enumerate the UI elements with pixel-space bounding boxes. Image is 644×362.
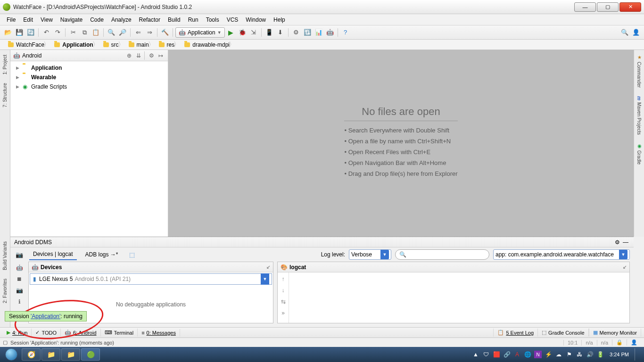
- system-info-icon[interactable]: ℹ: [15, 297, 24, 306]
- search-everywhere-icon[interactable]: 🔍: [619, 27, 630, 38]
- device-monitor-icon[interactable]: 📊: [314, 27, 324, 38]
- taskbar-item[interactable]: 📁: [61, 348, 80, 361]
- collapse-pane-icon[interactable]: ↙: [623, 264, 627, 270]
- line-separator[interactable]: n/a: [581, 340, 596, 346]
- collapse-all-icon[interactable]: ⇊: [134, 51, 143, 60]
- crumb-main[interactable]: main: [123, 40, 153, 49]
- taskbar-item[interactable]: 🟢: [81, 348, 100, 361]
- menu-view[interactable]: View: [37, 16, 57, 24]
- replace-icon[interactable]: 🔎: [117, 27, 128, 38]
- expand-icon[interactable]: ▶: [16, 75, 21, 80]
- expand-icon[interactable]: ▶: [16, 84, 21, 89]
- window-close-button[interactable]: ✕: [619, 2, 641, 12]
- session-link[interactable]: 'Application': [31, 313, 60, 320]
- tray-icon[interactable]: 🟥: [493, 351, 500, 358]
- avd-manager-icon[interactable]: 📱: [264, 27, 274, 38]
- menu-help[interactable]: Help: [270, 16, 289, 24]
- menu-refactor[interactable]: Refactor: [135, 16, 164, 24]
- menu-analyze[interactable]: Analyze: [107, 16, 135, 24]
- settings-gear-icon[interactable]: ⚙: [147, 51, 156, 60]
- tab-event-log[interactable]: 📋5 Event Log: [493, 329, 537, 337]
- crumb-res[interactable]: res: [153, 40, 179, 49]
- expand-icon[interactable]: ▶: [16, 66, 21, 70]
- window-minimize-button[interactable]: —: [574, 2, 596, 12]
- android-monitor-icon[interactable]: 🤖: [325, 27, 335, 38]
- android-icon[interactable]: 🤖: [15, 263, 24, 272]
- tray-overflow-icon[interactable]: ▲: [472, 351, 479, 358]
- tool-tab-gradle[interactable]: ◉Gradle: [636, 141, 643, 166]
- tool-tab-build-variants[interactable]: Build Variants: [1, 239, 8, 272]
- crumb-project[interactable]: WatchFace: [2, 40, 48, 49]
- sync-icon[interactable]: 🔄: [25, 27, 36, 38]
- session-running-toast[interactable]: Session 'Application': running: [5, 311, 87, 321]
- sync-gradle-icon[interactable]: 🔃: [302, 27, 313, 38]
- tab-terminal[interactable]: ⌨Terminal: [101, 329, 138, 337]
- taskbar-item[interactable]: 🧭: [22, 348, 41, 361]
- tray-icon[interactable]: 🛡: [482, 351, 490, 358]
- tool-tab-maven[interactable]: mMaven Projects: [636, 94, 643, 137]
- tool-tab-favorites[interactable]: 2: Favorites: [1, 277, 8, 305]
- save-icon[interactable]: 💾: [14, 27, 25, 38]
- tab-messages[interactable]: ≡0: Messages: [138, 329, 180, 337]
- log-search-input[interactable]: 🔍: [395, 249, 489, 260]
- start-button[interactable]: [2, 348, 21, 361]
- tool-tab-commander[interactable]: ★Commander: [636, 53, 643, 90]
- tab-run[interactable]: ▶4: Run: [3, 329, 32, 337]
- hector-icon[interactable]: 👤: [627, 339, 641, 346]
- menu-file[interactable]: File: [3, 16, 19, 24]
- tray-icon[interactable]: ☁: [555, 351, 562, 358]
- scroll-down-icon[interactable]: ↓: [280, 287, 287, 294]
- hide-panel-icon[interactable]: ↦: [157, 51, 165, 60]
- scroll-up-icon[interactable]: ↑: [280, 275, 287, 283]
- menu-run[interactable]: Run: [184, 16, 202, 24]
- tray-icon[interactable]: ⚡: [545, 351, 552, 358]
- terminate-icon[interactable]: ⏹: [15, 275, 24, 283]
- back-icon[interactable]: ⇐: [133, 27, 143, 38]
- collapse-pane-icon[interactable]: ↙: [266, 264, 270, 270]
- tray-volume-icon[interactable]: 🔊: [586, 351, 594, 358]
- help-icon[interactable]: ?: [340, 27, 351, 38]
- tree-item-gradle-scripts[interactable]: ▶ ◉ Gradle Scripts: [13, 82, 165, 91]
- taskbar-item[interactable]: 📁: [41, 348, 60, 361]
- run-button[interactable]: ▶: [226, 27, 236, 38]
- paste-icon[interactable]: 📋: [91, 27, 101, 38]
- screenshot-icon[interactable]: 📷: [14, 249, 25, 260]
- tray-network-icon[interactable]: 🖧: [576, 351, 583, 358]
- dropdown-arrow-icon[interactable]: ▼: [261, 273, 269, 285]
- tray-icon[interactable]: N: [534, 351, 542, 358]
- tab-android[interactable]: 🤖6: Android: [61, 329, 101, 337]
- redo-icon[interactable]: ↷: [52, 27, 63, 38]
- attach-debugger-icon[interactable]: ⇲: [248, 27, 259, 38]
- toggle-tool-windows-icon[interactable]: ▢: [3, 339, 8, 346]
- show-desktop-button[interactable]: [635, 348, 639, 361]
- crumb-src[interactable]: src: [97, 40, 123, 49]
- crumb-module[interactable]: Application: [48, 40, 97, 49]
- screenshot-icon[interactable]: 📷: [15, 286, 24, 295]
- run-config-select[interactable]: 🤖 Application ▼: [175, 27, 225, 38]
- copy-icon[interactable]: ⧉: [79, 27, 90, 38]
- more-icon[interactable]: »: [280, 309, 287, 317]
- log-level-select[interactable]: Verbose ▼: [349, 249, 391, 260]
- tray-clock[interactable]: 3:24 PM: [607, 352, 632, 357]
- user-icon[interactable]: 👤: [631, 27, 641, 38]
- device-row[interactable]: ▮ LGE Nexus 5 Android 5.0.1 (API 21) ▼: [30, 273, 272, 285]
- soft-wrap-icon[interactable]: ⇆: [280, 298, 287, 305]
- menu-vcs[interactable]: VCS: [223, 16, 242, 24]
- crumb-drawable[interactable]: drawable-mdpi: [178, 40, 233, 49]
- undo-icon[interactable]: ↶: [41, 27, 51, 38]
- menu-edit[interactable]: Edit: [19, 16, 37, 24]
- open-icon[interactable]: 📂: [3, 27, 13, 38]
- tray-flag-icon[interactable]: ⚑: [565, 351, 573, 358]
- menu-window[interactable]: Window: [242, 16, 270, 24]
- settings-gear-icon[interactable]: ⚙: [613, 239, 621, 246]
- menu-build[interactable]: Build: [164, 16, 184, 24]
- tray-icon[interactable]: 🔗: [503, 351, 511, 358]
- menu-navigate[interactable]: Navigate: [57, 16, 86, 24]
- tab-adb-logs[interactable]: ADB logs →*: [82, 249, 122, 260]
- tool-tab-project[interactable]: 1: Project: [1, 53, 8, 76]
- tab-devices-logcat[interactable]: Devices | logcat: [29, 249, 77, 260]
- scroll-from-source-icon[interactable]: ⊕: [125, 51, 133, 60]
- cut-icon[interactable]: ✂: [68, 27, 78, 38]
- tab-gradle-console[interactable]: ⬚Gradle Console: [537, 329, 588, 337]
- menu-code[interactable]: Code: [86, 16, 107, 24]
